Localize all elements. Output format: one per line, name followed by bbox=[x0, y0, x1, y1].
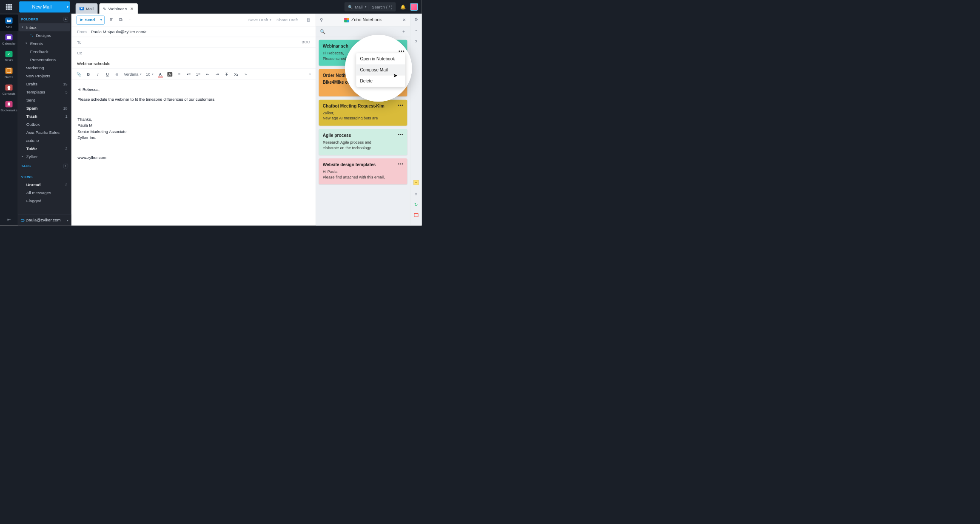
folder-sent[interactable]: Sent bbox=[19, 96, 71, 104]
note-card[interactable]: •••Website design templatesHi Paula,Plea… bbox=[319, 159, 407, 184]
context-menu-spotlight: Open in Notebook Compose Mail Delete bbox=[345, 35, 412, 102]
strike-icon[interactable]: S bbox=[114, 72, 120, 76]
rail-label: Contacts bbox=[2, 92, 15, 96]
plugin-icon[interactable]: ⚲ bbox=[320, 17, 323, 23]
italic-icon[interactable]: I bbox=[95, 72, 100, 76]
help-icon[interactable]: ? bbox=[415, 39, 417, 44]
folder-events[interactable]: ▾Events bbox=[19, 39, 71, 47]
add-folder-icon[interactable]: + bbox=[63, 17, 68, 21]
global-search[interactable]: 🔍 Mail▾ | Search ( / ) bbox=[345, 2, 396, 11]
apps-launcher[interactable] bbox=[0, 4, 18, 10]
font-family-select[interactable]: Verdana▾ bbox=[124, 72, 141, 76]
settings-icon[interactable]: ⚙ bbox=[414, 17, 418, 22]
tab-compose[interactable]: ✎ Webinar s ✕ bbox=[99, 3, 138, 14]
bullet-list-icon[interactable]: •≡ bbox=[186, 72, 191, 76]
folder-asia[interactable]: Asia Pacific Sales bbox=[19, 128, 71, 136]
sticky-note-icon[interactable] bbox=[413, 180, 419, 185]
more-format-icon[interactable]: » bbox=[243, 72, 248, 76]
rail-bookmarks[interactable]: Bookmarks bbox=[0, 98, 18, 114]
menu-delete[interactable]: Delete bbox=[356, 76, 405, 87]
send-button[interactable]: ➤Send ▾ bbox=[77, 15, 105, 24]
rail-calendar[interactable]: Calendar bbox=[0, 31, 18, 48]
card-more-icon[interactable]: ••• bbox=[398, 103, 404, 107]
folder-presentations[interactable]: Presentations bbox=[19, 55, 71, 63]
indent-icon[interactable]: ⇥ bbox=[215, 72, 220, 76]
new-mail-button[interactable]: New Mail ▾ bbox=[19, 1, 70, 12]
subscript-icon[interactable]: X₂ bbox=[234, 72, 239, 76]
send-options-chevron-icon[interactable]: ▾ bbox=[98, 18, 104, 22]
folder-trash[interactable]: Trash1 bbox=[19, 112, 71, 120]
bold-icon[interactable]: B bbox=[86, 72, 91, 76]
extensions-icon[interactable]: 〰 bbox=[414, 28, 418, 33]
tab-mail[interactable]: Mail bbox=[76, 3, 97, 14]
rail-mail[interactable]: Mail bbox=[0, 15, 18, 31]
count-badge: 2 bbox=[66, 182, 68, 187]
popout-icon[interactable]: ⧉ bbox=[119, 17, 122, 23]
folder-outbox[interactable]: Outbox bbox=[19, 120, 71, 128]
chat-icon[interactable] bbox=[414, 213, 418, 217]
account-switcher[interactable]: @ paula@zylker.com ▾ bbox=[18, 214, 71, 225]
subject-field[interactable] bbox=[71, 58, 316, 69]
folder-designs[interactable]: ⇋Designs bbox=[19, 31, 71, 39]
close-panel-icon[interactable]: ✕ bbox=[402, 17, 406, 23]
clear-format-icon[interactable]: T̶ bbox=[224, 72, 229, 76]
card-more-icon[interactable]: ••• bbox=[399, 49, 405, 54]
folder-tome[interactable]: ToMe2 bbox=[19, 144, 71, 153]
add-tag-icon[interactable]: + bbox=[63, 164, 68, 168]
menu-open-in-notebook[interactable]: Open in Notebook bbox=[356, 53, 405, 64]
save-draft-button[interactable]: Save Draft▾ bbox=[248, 17, 271, 22]
number-list-icon[interactable]: 1≡ bbox=[196, 72, 201, 76]
folder-drafts[interactable]: Drafts19 bbox=[19, 80, 71, 88]
view-flagged[interactable]: Flagged bbox=[19, 197, 71, 205]
cc-field[interactable]: Cc bbox=[71, 48, 316, 58]
count-badge: 19 bbox=[63, 82, 67, 86]
folder-new-projects[interactable]: New Projects bbox=[19, 72, 71, 80]
view-unread[interactable]: Unread2 bbox=[19, 181, 71, 189]
rail-notes[interactable]: Notes bbox=[0, 65, 18, 81]
rail-contacts[interactable]: Contacts bbox=[0, 82, 18, 98]
refresh-icon[interactable]: ↻ bbox=[414, 202, 418, 207]
folder-marketing[interactable]: Marketing bbox=[19, 63, 71, 71]
card-more-icon[interactable]: ••• bbox=[398, 132, 404, 136]
font-size-select[interactable]: 10▾ bbox=[146, 72, 153, 76]
chevron-down-icon: ▾ bbox=[365, 5, 366, 8]
menu-compose-mail[interactable]: Compose Mail bbox=[356, 64, 405, 75]
outdent-icon[interactable]: ⇤ bbox=[205, 72, 210, 76]
more-vertical-icon[interactable]: ⋮ bbox=[128, 17, 132, 23]
collapse-toolbar-icon[interactable]: ▾ bbox=[309, 73, 311, 76]
bcc-toggle[interactable]: BCC bbox=[302, 40, 310, 44]
folder-feedback[interactable]: Feedback bbox=[19, 47, 71, 55]
align-icon[interactable]: ≡ bbox=[177, 72, 182, 76]
attach-icon[interactable]: 📎 bbox=[77, 72, 82, 76]
schedule-icon[interactable]: 🗓 bbox=[109, 17, 114, 23]
notebook-search-icon[interactable]: 🔍 bbox=[320, 29, 325, 34]
folder-spam[interactable]: Spam18 bbox=[19, 104, 71, 112]
notifications-icon[interactable]: 🔔 bbox=[400, 4, 406, 9]
card-more-icon[interactable]: ••• bbox=[398, 161, 404, 166]
note-card[interactable]: •••Chatbot Meeting Request-KimZylker,New… bbox=[319, 100, 407, 126]
text-color-icon[interactable]: A bbox=[158, 72, 163, 76]
chevron-down-icon: ▾ bbox=[140, 73, 141, 76]
share-draft-button[interactable]: Share Draft bbox=[276, 17, 298, 22]
share-icon: ⇋ bbox=[30, 33, 33, 37]
close-icon[interactable]: ✕ bbox=[130, 6, 134, 11]
brightness-icon[interactable]: ☼ bbox=[414, 191, 418, 196]
add-note-icon[interactable]: ＋ bbox=[402, 29, 406, 35]
rail-tasks[interactable]: Tasks bbox=[0, 48, 18, 64]
search-scope: Mail bbox=[355, 4, 362, 9]
underline-icon[interactable]: U bbox=[105, 72, 110, 76]
folder-auto[interactable]: auto.io bbox=[19, 136, 71, 144]
view-all[interactable]: All messages bbox=[19, 189, 71, 197]
discard-icon[interactable]: 🗑 bbox=[306, 17, 311, 23]
subject-input[interactable] bbox=[77, 61, 310, 66]
highlight-icon[interactable]: A bbox=[167, 72, 172, 76]
apps-grid-icon bbox=[6, 4, 12, 10]
collapse-rail-icon[interactable]: ⇤ bbox=[7, 213, 11, 225]
folder-templates[interactable]: Templates3 bbox=[19, 88, 71, 96]
user-avatar[interactable] bbox=[410, 3, 418, 11]
email-body[interactable]: Hi Rebecca, Please schedule the webinar … bbox=[71, 80, 316, 225]
folder-zylker[interactable]: ▸Zylker bbox=[19, 153, 71, 161]
to-field[interactable]: ToBCC bbox=[71, 37, 316, 48]
folder-inbox[interactable]: ▾Inbox bbox=[19, 23, 71, 31]
note-card[interactable]: •••Agile processResearch Agile process a… bbox=[319, 129, 407, 155]
